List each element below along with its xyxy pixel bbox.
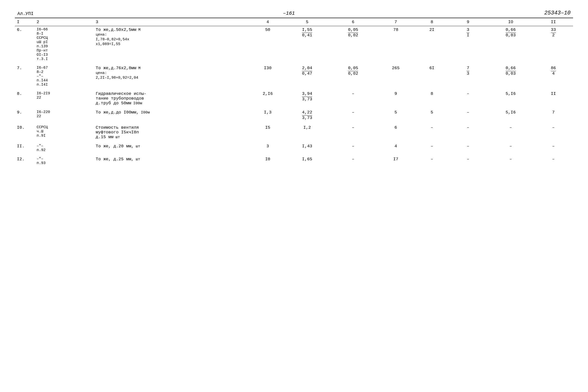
col-header-7: 7	[376, 18, 415, 26]
row-col5: 3,943,73	[284, 90, 330, 107]
col-header-10: IO	[488, 18, 534, 26]
header: Ал.УПI –161 25343–10	[15, 10, 573, 16]
row-col11: –	[534, 142, 573, 154]
row-col11: 7	[534, 109, 573, 122]
header-right: 25343–10	[544, 10, 571, 16]
row-col11: 864	[534, 64, 573, 88]
row-col6: –	[330, 109, 376, 122]
row-col10: –	[488, 124, 534, 140]
row-col10: 0,660,03	[488, 64, 534, 88]
row-ref: I6–2I922	[34, 90, 94, 107]
row-col9: –	[448, 142, 488, 154]
col-header-11: II	[534, 18, 573, 26]
row-col8: –	[415, 156, 448, 166]
table-row: I2.–"–п.93То же, д.25 мм,штI0I,65–I7––––	[15, 156, 573, 166]
row-col4: I30	[251, 64, 284, 88]
row-col9: –	[448, 90, 488, 107]
table-row: I0.ССРСЦч.Шп.9IСтоимость вентилямуфтовог…	[15, 124, 573, 140]
row-col6: –	[330, 90, 376, 107]
row-col10: –	[488, 142, 534, 154]
column-header-row: I 2 3 4 5 6 7 8 9 IO II	[15, 18, 573, 26]
row-num: I2.	[15, 156, 34, 166]
row-col6: 0,050,02	[330, 64, 376, 88]
row-ref: –"–п.93	[34, 156, 94, 166]
row-col6: 0,050,02	[330, 26, 376, 63]
row-col7: 9	[376, 90, 415, 107]
row-col6: –	[330, 124, 376, 140]
col-header-1: I	[15, 18, 34, 26]
row-col5: I,43	[284, 142, 330, 154]
col-header-4: 4	[251, 18, 284, 26]
row-col11: 332	[534, 26, 573, 63]
row-col5: 4,223,73	[284, 109, 330, 122]
col-header-2: 2	[34, 18, 94, 26]
row-col9: –	[448, 124, 488, 140]
row-col7: 4	[376, 142, 415, 154]
row-col8: 8	[415, 90, 448, 107]
header-center: –161	[283, 10, 295, 16]
row-ref: I6–22022	[34, 109, 94, 122]
table-row: 9.I6–22022То же,д.до I00мм,I00мI,34,223,…	[15, 109, 573, 122]
row-col5: I,65	[284, 156, 330, 166]
row-num: 7.	[15, 64, 34, 88]
row-desc: То же,д.до I00мм,I00м	[94, 109, 252, 122]
row-col9: 73	[448, 64, 488, 88]
table-row: II.–"–п.92То же, д.20 мм,шт3I,43–4––––	[15, 142, 573, 154]
row-col8: 2I	[415, 26, 448, 63]
header-left: Ал.УПI	[17, 11, 33, 16]
col-header-5: 5	[284, 18, 330, 26]
row-col4: I5	[251, 124, 284, 140]
row-ref: ССРСЦч.Шп.9I	[34, 124, 94, 140]
main-table: I 2 3 4 5 6 7 8 9 IO II 6.I6–668–IССРСЦu…	[15, 18, 573, 166]
row-col5: I,2	[284, 124, 330, 140]
row-col7: 6	[376, 124, 415, 140]
row-col4: I0	[251, 156, 284, 166]
row-num: II.	[15, 142, 34, 154]
row-ref: I6–678–2–"–п.I44п.I4I	[34, 64, 94, 88]
table-row: 6.I6–668–IССРСЦuШ pIп.139Пр-нтOI–I3т.3.I…	[15, 26, 573, 63]
row-col8: 6I	[415, 64, 448, 88]
row-col10: –	[488, 156, 534, 166]
row-col4: 50	[251, 26, 284, 63]
table-row: 8.I6–2I922Гидравлическое испы-тание труб…	[15, 90, 573, 107]
row-col9: 3I	[448, 26, 488, 63]
row-desc: То же, д.20 мм,шт	[94, 142, 252, 154]
row-num: 9.	[15, 109, 34, 122]
row-col8: 5	[415, 109, 448, 122]
row-col7: 78	[376, 26, 415, 63]
row-col10: 5,I6	[488, 90, 534, 107]
col-header-6: 6	[330, 18, 376, 26]
row-col4: 3	[251, 142, 284, 154]
col-header-9: 9	[448, 18, 488, 26]
col-header-3: 3	[94, 18, 252, 26]
row-col4: I,3	[251, 109, 284, 122]
row-col9: –	[448, 156, 488, 166]
row-num: 6.	[15, 26, 34, 63]
row-desc: То же,д.76х2,8ммМцена:2,2I–I,98+0,92=2,0…	[94, 64, 252, 88]
row-col8: –	[415, 142, 448, 154]
row-col6: –	[330, 156, 376, 166]
row-ref: –"–п.92	[34, 142, 94, 154]
row-col6: –	[330, 142, 376, 154]
row-num: 8.	[15, 90, 34, 107]
row-desc: Гидравлическое испы-тание трубопроводовд…	[94, 90, 252, 107]
row-col7: I7	[376, 156, 415, 166]
row-col7: 265	[376, 64, 415, 88]
row-desc: Стоимость вентилямуфтового I5кчI8пд.15 м…	[94, 124, 252, 140]
row-col9: –	[448, 109, 488, 122]
row-col11: –	[534, 124, 573, 140]
row-col11: –	[534, 156, 573, 166]
row-col5: I,550,41	[284, 26, 330, 63]
row-ref: I6–668–IССРСЦuШ pIп.139Пр-нтOI–I3т.3.I	[34, 26, 94, 63]
row-col7: 5	[376, 109, 415, 122]
row-num: I0.	[15, 124, 34, 140]
row-desc: То же,д.50х2,5ммМцена:I,78–0,82+0,54хх1,…	[94, 26, 252, 63]
row-col4: 2,I6	[251, 90, 284, 107]
row-col8: –	[415, 124, 448, 140]
row-col11: II	[534, 90, 573, 107]
row-col10: 0,660,03	[488, 26, 534, 63]
row-desc: То же, д.25 мм,шт	[94, 156, 252, 166]
row-col10: 5,I6	[488, 109, 534, 122]
row-col5: 2,040,47	[284, 64, 330, 88]
col-header-8: 8	[415, 18, 448, 26]
